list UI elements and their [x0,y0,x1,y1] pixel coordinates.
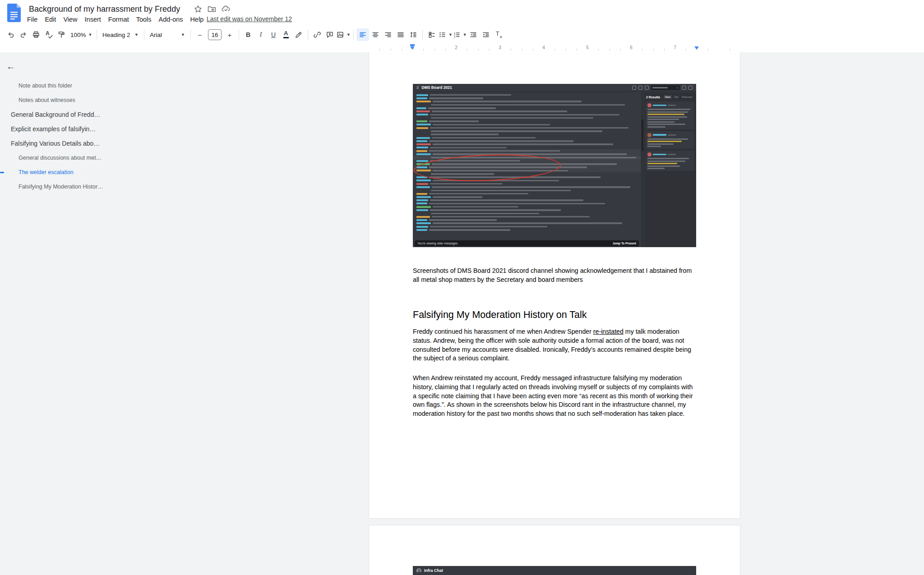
discord-screenshot-image[interactable]: # DMS Board 2021 ✕ [413,84,696,247]
outline-list: Note about this folderNotes about witnes… [0,78,189,194]
discord-scrollbar [641,92,643,247]
increase-indent-button[interactable] [480,28,492,41]
message-text-bar [433,196,482,198]
insert-link-button[interactable] [311,28,323,41]
username-bar [416,183,428,185]
increase-font-size-button[interactable]: + [223,28,236,41]
justify-button[interactable] [394,28,407,41]
left-indent-marker[interactable] [410,46,415,50]
outline-item[interactable]: General Background of Fredd… [0,107,189,122]
highlight-color-button[interactable] [292,28,305,41]
ruler-tick [423,49,424,51]
first-line-indent-marker[interactable] [410,44,415,46]
close-outline-button[interactable]: ← [6,61,15,72]
bold-button[interactable]: B [242,28,254,41]
bulleted-list-button[interactable]: ▼ [438,28,453,41]
toolbar-divider [239,30,239,40]
username-bar [416,229,427,231]
menu-format[interactable]: Format [105,15,133,24]
document-page-2[interactable]: Infra Chat [369,525,740,575]
username-bar [416,140,427,142]
star-icon[interactable] [194,5,202,13]
clear-formatting-button[interactable]: T✕ [492,28,505,41]
bulleted-list-icon [438,31,446,39]
text-color-button[interactable]: A [280,28,292,41]
clear-formatting-icon: T✕ [494,31,503,39]
paragraph-style-select[interactable]: Heading 2▼ [100,28,141,41]
outline-item[interactable]: Falsifying Various Details abo… [0,136,189,151]
menu-view[interactable]: View [60,15,81,24]
outline-item[interactable]: Note about this folder [0,78,189,93]
outline-item-label: The welder escalation [18,169,74,175]
undo-button[interactable] [5,28,17,41]
align-left-button[interactable] [356,28,369,41]
image-caption[interactable]: Screenshots of DMS Board 2021 discord ch… [413,267,696,285]
decrease-indent-button[interactable] [467,28,480,41]
font-size-input[interactable]: 16 [208,29,222,40]
cloud-saved-icon[interactable] [222,5,231,13]
italic-button[interactable]: I [254,28,267,41]
message-text-bar [433,124,550,126]
message-text-bar [429,229,510,231]
ruler-tick [511,49,511,51]
discord-message-row [413,100,641,103]
last-edit-link[interactable]: Last edit was on November 12 [207,15,292,23]
redo-button[interactable] [17,28,30,41]
menu-addons[interactable]: Add-ons [155,15,187,24]
outline-item[interactable]: Falsifying My Moderation Histor… [0,179,189,194]
toolbar-divider [144,30,144,40]
message-text-bar [647,109,690,110]
section-heading[interactable]: Falsifying My Moderation History on Talk [413,309,696,321]
spellcheck-button[interactable]: A [42,28,55,41]
ruler-number: 5 [586,45,589,50]
line-spacing-button[interactable] [407,28,420,41]
paint-format-button[interactable] [55,28,68,41]
message-text-bar [429,150,560,152]
discord-toolbar-icon [682,86,686,90]
ruler-tick [610,49,610,51]
message-text-bar [429,193,528,195]
underlined-text: re-instated [593,328,624,335]
decrease-font-size-button[interactable]: − [194,28,206,41]
font-family-select[interactable]: Arial▼ [147,28,188,41]
discord-toolbar-icon [638,86,642,90]
insert-image-button[interactable]: ▼ [336,28,351,41]
message-text-bar [431,117,593,119]
checklist-button[interactable] [425,28,438,41]
zoom-select[interactable]: 100%▼ [68,28,94,41]
add-comment-button[interactable] [323,28,336,41]
underline-button[interactable]: U [267,28,280,41]
outline-item[interactable]: Explicit examples of falsifyin… [0,122,189,136]
outline-item[interactable]: The welder escalation [0,165,189,179]
menu-edit[interactable]: Edit [41,15,60,24]
ruler-tick [522,49,522,51]
print-button[interactable] [30,28,42,41]
toolbar: A 100%▼ Heading 2▼ Arial▼ − 16 + B I U A [0,26,924,44]
menu-file[interactable]: File [23,15,41,24]
infra-chat-screenshot-image[interactable]: Infra Chat [413,566,696,575]
menu-insert[interactable]: Insert [81,15,105,24]
align-center-button[interactable] [369,28,382,41]
message-text-bar [647,116,687,118]
document-page-1[interactable]: # DMS Board 2021 ✕ [369,52,740,519]
toolbar-divider [308,30,308,40]
body-paragraph[interactable]: When Andrew reinstated my account, Fredd… [413,374,696,419]
toolbar-divider [97,30,97,40]
chevron-down-icon: ▼ [181,32,185,37]
document-title[interactable]: Background of my harrassment by Freddy [29,5,180,14]
outline-item[interactable]: General discussions about met… [0,151,189,165]
menu-help[interactable]: Help [187,15,208,24]
svg-text:3: 3 [454,36,455,38]
search-result-card [646,151,694,171]
message-text-bar [430,147,507,149]
right-indent-marker[interactable] [694,46,699,50]
numbered-list-button[interactable]: 123 ▼ [453,28,467,41]
docs-logo-icon[interactable] [7,4,21,24]
outline-item[interactable]: Notes about witnesses [0,93,189,107]
body-paragraph[interactable]: Freddy continued his harassment of me wh… [413,327,696,363]
align-right-button[interactable] [382,28,394,41]
message-text-bar [647,163,677,164]
discord-message-row [413,126,641,129]
move-folder-icon[interactable] [208,5,216,13]
menu-tools[interactable]: Tools [133,15,155,24]
